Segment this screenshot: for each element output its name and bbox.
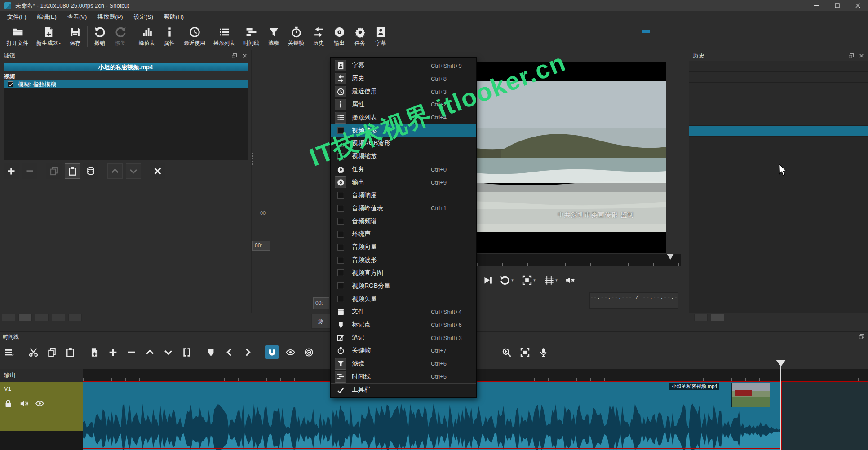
filter-tool-button[interactable] [107, 163, 123, 179]
toolbar-button[interactable]: 历史▾ [308, 26, 329, 48]
dock-tab[interactable] [2, 314, 15, 321]
menubar-item[interactable]: 播放器(P) [92, 11, 128, 23]
panel-splitter-handle[interactable] [252, 153, 253, 154]
close-button[interactable] [847, 0, 868, 11]
history-item[interactable] [689, 115, 868, 126]
toolbar-button[interactable]: 任务▾ [350, 26, 370, 48]
filter-tool-button[interactable] [83, 163, 98, 179]
view-menu-item[interactable]: 历史 Ctrl+8 [331, 72, 476, 85]
view-menu-item[interactable]: 标记点 Ctrl+Shift+6 [331, 318, 476, 331]
toolbar-button[interactable]: 撤销▾ [89, 26, 110, 48]
dropdown-caret-icon[interactable]: ▾ [511, 278, 514, 282]
filter-tool-button[interactable] [46, 163, 62, 179]
hide-track-icon[interactable] [35, 399, 44, 408]
transport-button[interactable]: ▾ [564, 274, 576, 286]
player-playhead-icon[interactable] [667, 254, 674, 263]
timeline-tool-button[interactable] [63, 345, 77, 359]
maximize-button[interactable] [827, 0, 847, 11]
dropdown-caret-icon[interactable]: ▾ [533, 278, 536, 282]
transport-button[interactable]: ▾ [542, 274, 560, 286]
toolbar-button[interactable]: 关键帧▾ [284, 26, 308, 48]
timeline-tool-button[interactable] [536, 345, 550, 359]
workspace-tab[interactable] [642, 44, 650, 48]
float-panel-icon[interactable] [848, 53, 854, 59]
timeline-tool-button[interactable] [88, 345, 101, 359]
view-menu-item[interactable]: 音频峰值表 Ctrl+1 [331, 202, 476, 215]
workspace-tab[interactable] [642, 30, 650, 33]
close-panel-icon[interactable] [859, 53, 864, 59]
source-tab[interactable]: 源 [311, 314, 330, 329]
dock-tab[interactable] [35, 314, 49, 321]
dock-tab[interactable] [68, 314, 82, 321]
timeline-tool-button[interactable] [45, 345, 58, 359]
timeline-tool-button[interactable] [241, 345, 254, 359]
timeline-tool-button[interactable] [143, 345, 156, 359]
toolbar-button[interactable]: 时间线▾ [239, 26, 263, 48]
view-menu-item[interactable]: 时间线 Ctrl+5 [331, 370, 476, 383]
timeline-output-cell[interactable]: 输出 [0, 369, 83, 382]
view-menu-item[interactable]: 滤镜 Ctrl+6 [331, 357, 476, 370]
toolbar-button[interactable]: 新生成器▾ [32, 26, 65, 48]
toolbar-button[interactable]: 峰值表▾ [135, 26, 159, 48]
workspace-tab[interactable] [624, 30, 633, 33]
view-menu-item[interactable]: 音频频谱 [331, 215, 476, 228]
toolbar-button[interactable]: 保存▾ [65, 26, 85, 48]
toolbar-button[interactable]: 输出▾ [329, 26, 350, 48]
history-item[interactable] [689, 83, 868, 93]
timeline-tool-button[interactable] [222, 345, 236, 359]
view-menu-item[interactable]: 文件 Ctrl+Shift+4 [331, 305, 476, 318]
timeline-tool-button[interactable] [27, 345, 40, 359]
view-menu-item[interactable]: 音频向量 [331, 241, 476, 254]
dock-tab[interactable] [52, 314, 65, 321]
close-panel-icon[interactable] [242, 53, 248, 59]
workspace-tab[interactable] [659, 44, 667, 48]
dock-tab[interactable] [694, 314, 708, 321]
timeline-tool-button[interactable] [124, 345, 138, 359]
menubar-item[interactable]: 查看(V) [62, 11, 92, 23]
float-panel-icon[interactable] [231, 53, 237, 59]
check-icon[interactable] [8, 81, 13, 87]
filter-tool-button[interactable] [65, 163, 80, 179]
timeline-tool-button[interactable] [180, 345, 193, 359]
timeline-tool-button[interactable] [106, 345, 120, 359]
toolbar-button[interactable]: 最近使用▾ [180, 26, 209, 48]
toolbar-button[interactable]: 属性▾ [159, 26, 180, 48]
view-menu-item[interactable]: 关键帧 Ctrl+7 [331, 344, 476, 357]
transport-button[interactable]: ▾ [482, 274, 494, 286]
timeline-tool-button[interactable] [518, 345, 531, 359]
menubar-item[interactable]: 文件(F) [2, 11, 32, 23]
menubar-item[interactable]: 帮助(H) [159, 11, 189, 23]
dropdown-caret-icon[interactable]: ▾ [555, 278, 558, 282]
track-header[interactable]: V1 [0, 382, 83, 431]
view-menu-item[interactable]: 音频波形 [331, 254, 476, 267]
float-panel-icon[interactable] [859, 334, 864, 340]
minimize-button[interactable] [806, 0, 827, 11]
history-item[interactable] [689, 104, 868, 115]
filter-tool-button[interactable] [22, 163, 37, 179]
view-menu-item[interactable]: 视频RGB分量 [331, 279, 476, 292]
timeline-tool-button[interactable] [2, 345, 16, 359]
view-menu-item[interactable]: 任务 Ctrl+0 [331, 163, 476, 176]
timeline-tool-button[interactable] [283, 345, 297, 359]
timeline-tool-button[interactable] [204, 345, 217, 359]
view-menu-item[interactable]: 工具栏 [331, 383, 476, 396]
view-menu-item[interactable]: 字幕 Ctrl+Shift+9 [331, 59, 476, 72]
timeline-tool-button[interactable] [302, 345, 315, 359]
transport-button[interactable]: ▾ [520, 274, 538, 286]
timeline-tool-button[interactable] [161, 345, 175, 359]
toolbar-button[interactable]: 字幕▾ [370, 26, 391, 48]
view-menu-item[interactable]: 视频矢量 [331, 292, 476, 305]
view-menu-item[interactable]: 环绕声 [331, 228, 476, 241]
filter-tool-button[interactable] [150, 163, 165, 179]
history-item[interactable] [689, 61, 868, 72]
dock-tab[interactable] [711, 314, 724, 321]
toolbar-button[interactable]: 打开文件▾ [3, 26, 32, 48]
transport-button[interactable]: ▾ [498, 274, 516, 286]
timeline-tool-button[interactable] [500, 345, 513, 359]
filter-tool-button[interactable] [126, 163, 141, 179]
view-menu-item[interactable]: 输出 Ctrl+9 [331, 176, 476, 189]
mute-track-icon[interactable] [20, 399, 28, 408]
history-item[interactable] [689, 93, 868, 104]
menubar-item[interactable]: 设定(S) [128, 11, 159, 23]
history-item[interactable] [689, 72, 868, 83]
